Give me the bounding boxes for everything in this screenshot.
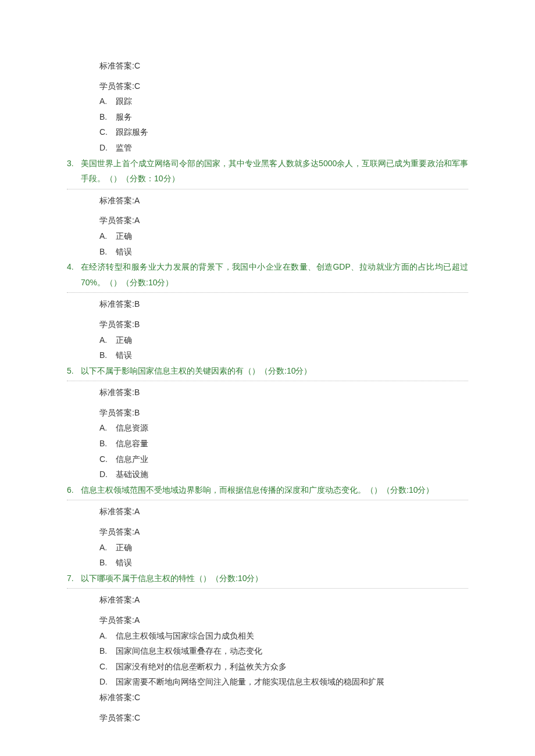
option-item: A.信息资源: [99, 420, 468, 436]
divider: [67, 500, 468, 500]
option-item: A.信息主权领域与国家综合国力成负相关: [99, 628, 468, 644]
standard-answer-line: 标准答案:A: [99, 592, 468, 608]
option-text: 正确: [116, 332, 132, 348]
student-answer-label: 学员答案:: [99, 320, 134, 329]
standard-answer-line: 标准答案:C: [99, 690, 468, 705]
option-list: A.正确B.错误: [67, 540, 468, 571]
question-score: （分数:10分）: [260, 366, 312, 375]
question-score: （分数：10分）: [122, 174, 180, 183]
option-item: C.国家没有绝对的信息垄断权力，利益攸关方众多: [99, 659, 468, 675]
student-answer-label: 学员答案:: [99, 713, 134, 722]
option-marker: B.: [99, 555, 116, 571]
student-answer-label: 学员答案:: [99, 81, 134, 91]
option-marker: D.: [99, 467, 116, 482]
question-number: 6.: [67, 482, 81, 498]
question-line: 6.信息主权领域范围不受地域边界影响，而根据信息传播的深度和广度动态变化。（）（…: [67, 482, 468, 498]
option-list: A.信息主权领域与国家综合国力成负相关B.国家间信息主权领域重叠存在，动态变化C…: [67, 628, 468, 690]
option-text: 错误: [116, 347, 132, 363]
option-item: B.服务: [99, 109, 468, 125]
option-item: B.错误: [99, 244, 468, 260]
option-item: A.正确: [99, 332, 468, 348]
student-answer-value: A: [134, 527, 140, 536]
divider: [67, 292, 468, 293]
standard-answer-label: 标准答案:: [99, 693, 134, 702]
option-item: D.基础设施: [99, 467, 468, 482]
student-answer-value: A: [134, 216, 140, 225]
student-answer-value: A: [134, 615, 140, 625]
standard-answer-value: C: [134, 693, 140, 702]
question-line: 7.以下哪项不属于信息主权的特性（）（分数:10分）: [67, 571, 468, 586]
standard-answer-label: 标准答案:: [99, 299, 134, 309]
option-item: A.正确: [99, 228, 468, 244]
student-answer-label: 学员答案:: [99, 216, 134, 225]
option-marker: A.: [99, 228, 116, 244]
answer-block: 标准答案:B学员答案:B: [67, 385, 468, 420]
question-line: 3.美国世界上首个成立网络司令部的国家，其中专业黑客人数就多达5000余人，互联…: [67, 156, 468, 187]
answer-block: 标准答案:A学员答案:A: [67, 592, 468, 628]
option-marker: A.: [99, 94, 116, 109]
option-item: A.正确: [99, 540, 468, 556]
option-text: 正确: [116, 540, 132, 556]
option-text: 服务: [116, 109, 132, 125]
question-number: 7.: [67, 571, 81, 586]
question-line: 4.在经济转型和服务业大力发展的背景下，我国中小企业在数量、创造GDP、拉动就业…: [67, 259, 468, 290]
standard-answer-value: B: [134, 388, 140, 397]
answer-block: 标准答案:A学员答案:A: [67, 193, 468, 228]
student-answer-label: 学员答案:: [99, 408, 134, 417]
question-text: 信息主权领域范围不受地域边界影响，而根据信息传播的深度和广度动态变化。（）（分数…: [81, 482, 468, 498]
option-item: B.信息容量: [99, 436, 468, 452]
option-text: 基础设施: [116, 467, 148, 482]
standard-answer-line: 标准答案:B: [99, 385, 468, 400]
divider: [67, 588, 468, 589]
option-text: 国家没有绝对的信息垄断权力，利益攸关方众多: [116, 659, 287, 675]
option-marker: D.: [99, 674, 116, 690]
option-text: 正确: [116, 228, 132, 244]
standard-answer-value: B: [134, 299, 140, 309]
option-item: A.跟踪: [99, 94, 468, 109]
option-text: 监管: [116, 140, 132, 156]
option-text: 信息产业: [116, 452, 148, 467]
option-marker: A.: [99, 420, 116, 436]
option-marker: A.: [99, 628, 116, 644]
question-number: 4.: [67, 259, 81, 275]
option-marker: B.: [99, 244, 116, 260]
option-marker: C.: [99, 659, 116, 675]
divider: [67, 381, 468, 381]
option-list: A.跟踪B.服务C.跟踪服务D.监管: [67, 94, 468, 155]
answer-block: 标准答案:C学员答案:C: [67, 690, 468, 725]
student-answer-line: 学员答案:C: [99, 710, 468, 726]
option-text: 信息容量: [116, 436, 148, 452]
standard-answer-value: C: [134, 61, 140, 70]
question-body: 以下哪项不属于信息主权的特性（）: [81, 574, 211, 583]
option-item: D.监管: [99, 140, 468, 156]
answer-block: 标准答案:B学员答案:B: [67, 296, 468, 332]
student-answer-label: 学员答案:: [99, 527, 134, 536]
standard-answer-value: A: [134, 196, 140, 205]
option-list: A.正确B.错误: [67, 228, 468, 259]
question-score: （分数:10分）: [382, 485, 434, 495]
option-marker: B.: [99, 347, 116, 363]
answer-block: 标准答案:A学员答案:A: [67, 504, 468, 539]
student-answer-line: 学员答案:A: [99, 524, 468, 540]
standard-answer-line: 标准答案:C: [99, 58, 468, 74]
option-item: B.国家间信息主权领域重叠存在，动态变化: [99, 643, 468, 659]
question-score: （分数:10分）: [122, 278, 173, 287]
option-text: 国家间信息主权领域重叠存在，动态变化: [116, 643, 262, 659]
standard-answer-label: 标准答案:: [99, 595, 134, 604]
option-item: D.国家需要不断地向网络空间注入能量，才能实现信息主权领域的稳固和扩展: [99, 674, 468, 690]
standard-answer-label: 标准答案:: [99, 61, 134, 70]
student-answer-line: 学员答案:B: [99, 317, 468, 332]
question-line: 5.以下不属于影响国家信息主权的关键因素的有（）（分数:10分）: [67, 363, 468, 379]
question-number: 5.: [67, 363, 81, 379]
option-marker: A.: [99, 540, 116, 556]
option-list: A.信息资源B.信息容量C.信息产业D.基础设施: [67, 420, 468, 482]
option-text: 国家需要不断地向网络空间注入能量，才能实现信息主权领域的稳固和扩展: [116, 674, 384, 690]
standard-answer-value: A: [134, 595, 140, 604]
option-list: A.正确B.错误: [67, 332, 468, 363]
question-text: 美国世界上首个成立网络司令部的国家，其中专业黑客人数就多达5000余人，互联网已…: [81, 156, 468, 187]
standard-answer-line: 标准答案:A: [99, 193, 468, 209]
question-text: 以下不属于影响国家信息主权的关键因素的有（）（分数:10分）: [81, 363, 468, 379]
option-text: 错误: [116, 244, 132, 260]
option-text: 跟踪服务: [116, 124, 148, 140]
student-answer-value: C: [134, 81, 140, 91]
